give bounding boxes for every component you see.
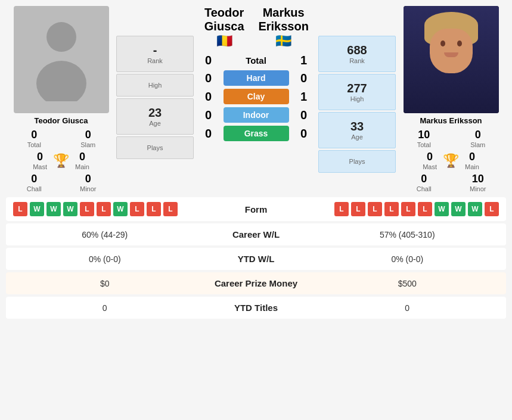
form-badge: W <box>435 202 449 216</box>
indoor-row: 0 Indoor 0 <box>197 107 315 123</box>
svg-point-0 <box>46 22 76 52</box>
career-wl-label: Career W/L <box>197 229 316 239</box>
eye-left <box>440 41 445 46</box>
trophy-left: 🏆 <box>53 153 69 169</box>
left-chall: 0Chall <box>12 173 57 192</box>
left-player-card: Teodor Giusca 0Total 0Slam 0Mast 🏆 0Main… <box>6 6 116 192</box>
form-badge: L <box>384 202 399 216</box>
ytd-titles-left: 0 <box>13 303 197 313</box>
left-slam: 0Slam <box>66 129 111 148</box>
right-player-card: Markus Eriksson 10Total 0Slam 0Mast 🏆 0M… <box>396 6 506 192</box>
form-badge: L <box>147 202 161 216</box>
right-form-badges: LLLLLLWWWL <box>304 202 499 216</box>
right-plays-box: Plays <box>318 150 396 173</box>
ytd-titles-right: 0 <box>316 303 499 313</box>
hard-row: 0 Hard 0 <box>197 70 315 86</box>
ytd-wl-row: 0% (0-0) YTD W/L 0% (0-0) <box>6 248 506 270</box>
ytd-wl-right: 0% (0-0) <box>316 254 499 264</box>
prize-row: $0 Career Prize Money $500 <box>6 272 506 294</box>
form-badge: L <box>97 202 111 216</box>
right-high-box: 277 High <box>318 74 396 110</box>
left-mast: 0Mast <box>33 151 47 170</box>
bottom-section: LWWWLLWLLL Form LLLLLLWWWL 60% (44-29) C… <box>6 197 506 319</box>
career-wl-row: 60% (44-29) Career W/L 57% (405-310) <box>6 223 506 245</box>
names-header: Teodor Giusca 🇷🇴 Markus Eriksson 🇸🇪 <box>197 6 315 49</box>
form-badge: W <box>451 202 466 216</box>
career-wl-right: 57% (405-310) <box>316 230 499 239</box>
prize-right: $500 <box>316 279 499 288</box>
form-badge: L <box>130 202 144 216</box>
right-header: Markus Eriksson 🇸🇪 <box>252 6 315 49</box>
left-stat-boxes: - Rank High 23 Age Plays <box>116 6 194 159</box>
ytd-titles-label: YTD Titles <box>197 303 316 313</box>
form-badge: L <box>80 202 94 216</box>
form-badge: W <box>468 202 482 216</box>
right-stat-boxes: 688 Rank 277 High 33 Age Plays <box>318 6 396 173</box>
left-rank-box: - Rank <box>116 36 194 72</box>
form-badge: L <box>401 202 415 216</box>
grass-row: 0 Grass 0 <box>197 126 315 141</box>
form-badge: L <box>13 202 27 216</box>
clay-row: 0 Clay 1 <box>197 89 315 104</box>
left-age-box: 23 Age <box>116 98 194 135</box>
form-badge: L <box>368 202 382 216</box>
top-row: Teodor Giusca 0Total 0Slam 0Mast 🏆 0Main… <box>6 6 506 192</box>
form-badge: L <box>163 202 178 216</box>
form-badge: L <box>418 202 432 216</box>
left-name-card: Teodor Giusca <box>34 116 88 125</box>
trophy-right: 🏆 <box>443 153 459 169</box>
right-rank-box: 688 Rank <box>318 36 396 72</box>
main-container: Teodor Giusca 0Total 0Slam 0Mast 🏆 0Main… <box>0 0 512 327</box>
left-plays-box: Plays <box>116 136 194 159</box>
career-wl-left: 60% (44-29) <box>13 230 197 239</box>
form-badge: L <box>485 202 499 216</box>
svg-point-1 <box>36 61 86 101</box>
left-trophy-row: 0Mast 🏆 0Main <box>33 151 89 170</box>
silhouette-icon <box>32 18 91 101</box>
left-form-badges: LWWWLLWLLL <box>13 202 209 216</box>
form-badge: W <box>46 202 61 216</box>
right-age-box: 33 Age <box>318 112 396 148</box>
face-skin <box>430 29 473 73</box>
form-row: LWWWLLWLLL Form LLLLLLWWWL <box>6 197 506 221</box>
left-header: Teodor Giusca 🇷🇴 <box>197 6 252 49</box>
ytd-wl-label: YTD W/L <box>197 254 316 264</box>
form-badge: W <box>30 202 44 216</box>
form-label: Form <box>209 204 304 214</box>
ytd-wl-left: 0% (0-0) <box>13 254 197 264</box>
left-main: 0Main <box>75 151 89 170</box>
form-badge: L <box>351 202 365 216</box>
left-photo <box>14 6 109 113</box>
form-badge: W <box>63 202 77 216</box>
form-badge: W <box>113 202 128 216</box>
left-minor: 0Minor <box>66 173 111 192</box>
right-photo <box>404 6 499 113</box>
total-row: 0 Total 1 <box>197 54 315 67</box>
right-name-card: Markus Eriksson <box>420 116 482 125</box>
center-scores: Teodor Giusca 🇷🇴 Markus Eriksson 🇸🇪 0 To… <box>194 6 318 144</box>
ytd-titles-row: 0 YTD Titles 0 <box>6 297 506 319</box>
eye-right <box>457 41 462 46</box>
form-badge: L <box>334 202 349 216</box>
left-high-box: High <box>116 74 194 97</box>
left-total: 0Total <box>12 129 57 148</box>
prize-left: $0 <box>13 279 197 288</box>
prize-label: Career Prize Money <box>197 278 316 288</box>
